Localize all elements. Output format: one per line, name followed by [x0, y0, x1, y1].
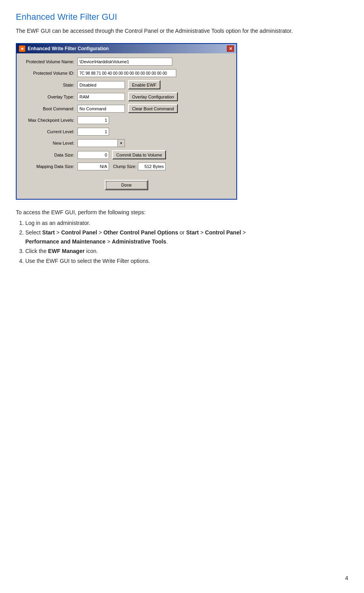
- step-4: Use the EWF GUI to select the Write Filt…: [25, 257, 348, 265]
- dialog-body: Protected Volume Name: Protected Volume …: [17, 53, 236, 199]
- step-3: Click the EWF Manager icon.: [25, 247, 348, 255]
- clear-boot-button[interactable]: Clear Boot Command: [128, 104, 178, 113]
- mapping-data-input[interactable]: [77, 162, 109, 170]
- mapping-data-row: Mapping Data Size: Clump Size:: [22, 162, 231, 171]
- steps-list: Log in as an administrator. Select Start…: [16, 219, 348, 265]
- new-level-label: New Level:: [22, 141, 77, 145]
- data-size-label: Data Size:: [22, 153, 77, 157]
- protected-volume-id-row: Protected Volume ID:: [22, 69, 231, 77]
- boot-command-input[interactable]: [77, 105, 125, 113]
- mapping-data-label: Mapping Data Size:: [22, 164, 77, 169]
- dialog-title: Enhanced Write Filter Configuration: [28, 46, 109, 51]
- boot-command-label: Boot Command:: [22, 106, 77, 111]
- done-button[interactable]: Done: [105, 180, 148, 190]
- state-label: State:: [22, 83, 77, 87]
- dialog-footer: Done: [22, 177, 231, 195]
- protected-volume-id-label: Protected Volume ID:: [22, 71, 77, 76]
- dialog-titlebar: ■ Enhanced Write Filter Configuration ✕: [17, 44, 236, 53]
- state-input[interactable]: [77, 81, 125, 89]
- intro-paragraph: The EWF GUI can be accessed through the …: [16, 27, 348, 35]
- data-size-input[interactable]: [77, 151, 109, 159]
- protected-volume-id-input[interactable]: [77, 69, 176, 77]
- overlay-button-group: Overlay Configuration: [128, 92, 178, 101]
- overlay-type-label: Overlay Type:: [22, 94, 77, 99]
- state-button-group: Enable EWF: [128, 80, 160, 89]
- dialog-titlebar-text: ■ Enhanced Write Filter Configuration: [19, 45, 109, 52]
- clump-row: Clump Size:: [113, 162, 166, 170]
- page-heading: Enhanced Write Filter GUI: [16, 12, 348, 22]
- overlay-type-input[interactable]: [77, 93, 125, 101]
- step-2: Select Start > Control Panel > Other Con…: [25, 228, 348, 246]
- boot-command-row: Boot Command: Clear Boot Command: [22, 104, 231, 113]
- max-checkpoint-row: Max Checkpoint Levels:: [22, 116, 231, 125]
- page-number: 4: [345, 575, 348, 581]
- overlay-config-button[interactable]: Overlay Configuration: [128, 92, 178, 101]
- protected-volume-name-row: Protected Volume Name:: [22, 57, 231, 66]
- current-level-label: Current Level:: [22, 129, 77, 134]
- new-level-select[interactable]: ▼: [77, 139, 125, 147]
- dialog-close-button[interactable]: ✕: [227, 45, 234, 52]
- ewf-dialog: ■ Enhanced Write Filter Configuration ✕ …: [16, 43, 237, 200]
- commit-data-button[interactable]: Commit Data to Volume: [112, 150, 166, 159]
- steps-intro: To access the EWF GUI, perform the follo…: [16, 209, 348, 215]
- dialog-app-icon: ■: [19, 45, 25, 52]
- max-checkpoint-label: Max Checkpoint Levels:: [22, 118, 77, 123]
- new-level-row: New Level: ▼: [22, 139, 231, 147]
- steps-section: To access the EWF GUI, perform the follo…: [16, 209, 348, 265]
- clump-size-input[interactable]: [138, 162, 166, 170]
- protected-volume-name-label: Protected Volume Name:: [22, 59, 77, 64]
- data-size-row: Data Size: Commit Data to Volume: [22, 150, 231, 159]
- new-level-arrow: ▼: [117, 140, 124, 147]
- overlay-type-row: Overlay Type: Overlay Configuration: [22, 92, 231, 101]
- step-1: Log in as an administrator.: [25, 219, 348, 227]
- current-level-row: Current Level:: [22, 127, 231, 136]
- protected-volume-name-input[interactable]: [77, 58, 172, 66]
- dialog-wrapper: ■ Enhanced Write Filter Configuration ✕ …: [16, 43, 348, 200]
- enable-ewf-button[interactable]: Enable EWF: [128, 80, 160, 89]
- clump-size-label: Clump Size:: [113, 164, 136, 169]
- data-size-button-group: Commit Data to Volume: [112, 150, 166, 159]
- current-level-input[interactable]: [77, 128, 109, 136]
- max-checkpoint-input[interactable]: [77, 116, 109, 124]
- boot-button-group: Clear Boot Command: [128, 104, 178, 113]
- state-row: State: Enable EWF: [22, 80, 231, 89]
